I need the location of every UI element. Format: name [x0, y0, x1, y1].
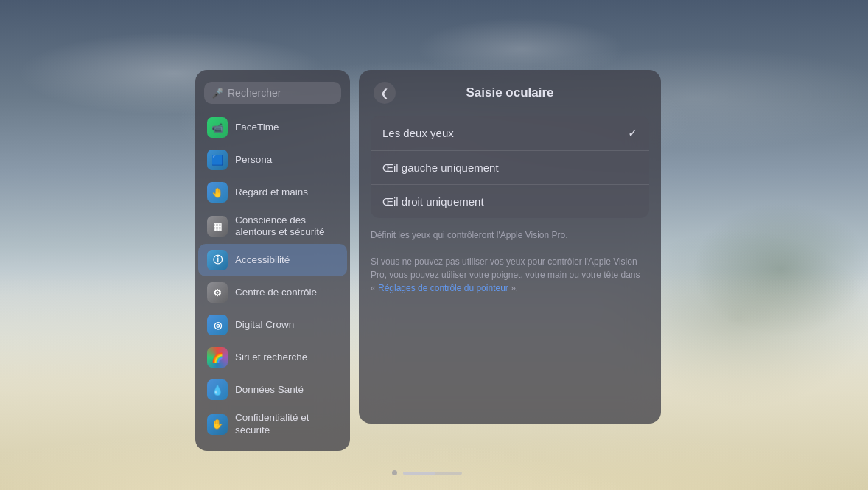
sidebar-item-persona[interactable]: 🟦 Persona	[198, 144, 347, 176]
sidebar-item-facetime[interactable]: 📹 FaceTime	[198, 111, 347, 144]
sidebar-item-centre[interactable]: ⚙ Centre de contrôle	[198, 276, 347, 309]
check-icon-deux-yeux: ✓	[628, 126, 637, 140]
back-button[interactable]: ❮	[374, 82, 396, 104]
sidebar-label-sante: Données Santé	[235, 384, 304, 396]
sidebar-label-accessibilite: Accessibilité	[235, 254, 290, 266]
sidebar-label-confidentialite: Confidentialité et sécurité	[235, 412, 338, 435]
option-gauche[interactable]: Œil gauche uniquement	[371, 150, 649, 184]
sidebar-label-persona: Persona	[235, 154, 272, 166]
description-block: Définit les yeux qui contrôleront l'Appl…	[371, 228, 649, 295]
sidebar-item-digital[interactable]: ◎ Digital Crown	[198, 309, 347, 341]
ui-container: 🎤 Rechercher 📹 FaceTime 🟦 Persona 🤚 Rega…	[195, 70, 661, 451]
sidebar-icon-centre: ⚙	[207, 282, 228, 303]
sidebar-icon-siri: 🌈	[207, 347, 228, 368]
sidebar-icon-sante: 💧	[207, 379, 228, 400]
sidebar-item-conscience[interactable]: ▦ Conscience des alentours et sécurité	[198, 209, 347, 244]
sidebar-icon-digital: ◎	[207, 315, 228, 335]
sidebar-label-regard: Regard et mains	[235, 186, 308, 198]
detail-title: Saisie oculaire	[396, 85, 624, 100]
sidebar-icon-persona: 🟦	[207, 150, 228, 170]
sidebar-item-regard[interactable]: 🤚 Regard et mains	[198, 176, 347, 209]
sidebar-label-conscience: Conscience des alentours et sécurité	[235, 214, 338, 238]
description-link[interactable]: Réglages de contrôle du pointeur	[378, 283, 508, 293]
option-label-gauche: Œil gauche uniquement	[382, 161, 637, 174]
sidebar-item-sante[interactable]: 💧 Données Santé	[198, 374, 347, 406]
progress-area	[195, 470, 658, 475]
back-chevron-icon: ❮	[380, 87, 389, 99]
sidebar-icon-accessibilite: ⓘ	[207, 250, 228, 270]
progress-dot	[392, 470, 397, 475]
sidebar-label-digital: Digital Crown	[235, 319, 294, 331]
search-placeholder: Rechercher	[228, 87, 281, 99]
sidebar-icon-conscience: ▦	[207, 216, 228, 237]
progress-bar-fill	[403, 472, 435, 475]
search-icon: 🎤	[211, 88, 223, 99]
options-group: Les deux yeux ✓ Œil gauche uniquement Œi…	[371, 116, 649, 218]
detail-header: ❮ Saisie oculaire	[359, 70, 661, 116]
sidebar-label-centre: Centre de contrôle	[235, 287, 317, 298]
sidebar-icon-regard: 🤚	[207, 182, 228, 203]
sidebar-item-confidentialite[interactable]: ✋ Confidentialité et sécurité	[198, 406, 347, 441]
sidebar-icon-facetime: 📹	[207, 117, 228, 138]
description-line1: Définit les yeux qui contrôleront l'Appl…	[371, 228, 649, 242]
sidebar: 🎤 Rechercher 📹 FaceTime 🟦 Persona 🤚 Rega…	[195, 70, 350, 451]
progress-bar-track	[403, 472, 462, 475]
description-line2: Si vous ne pouvez pas utiliser vos yeux …	[371, 255, 649, 295]
sidebar-label-siri: Siri et recherche	[235, 351, 307, 363]
option-label-droit: Œil droit uniquement	[382, 195, 637, 208]
sidebar-item-siri[interactable]: 🌈 Siri et recherche	[198, 341, 347, 374]
sidebar-items-list: 📹 FaceTime 🟦 Persona 🤚 Regard et mains ▦…	[195, 111, 350, 442]
option-droit[interactable]: Œil droit uniquement	[371, 184, 649, 218]
option-label-deux-yeux: Les deux yeux	[382, 127, 628, 139]
option-deux-yeux[interactable]: Les deux yeux ✓	[371, 116, 649, 150]
sidebar-icon-confidentialite: ✋	[207, 414, 228, 435]
detail-panel: ❮ Saisie oculaire Les deux yeux ✓ Œil ga…	[359, 70, 661, 424]
search-bar[interactable]: 🎤 Rechercher	[204, 82, 341, 104]
sidebar-label-facetime: FaceTime	[235, 122, 279, 133]
sidebar-item-accessibilite[interactable]: ⓘ Accessibilité	[198, 244, 347, 276]
